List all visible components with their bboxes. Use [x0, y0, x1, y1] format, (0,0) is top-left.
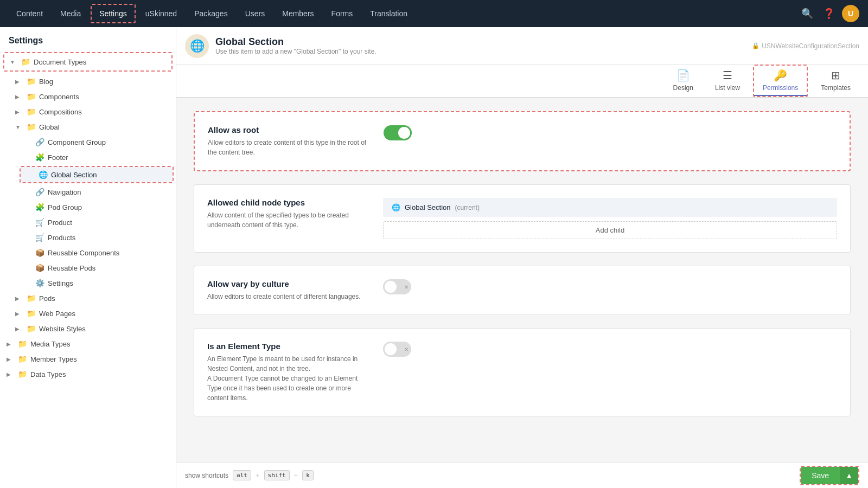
- nav-translation[interactable]: Translation: [362, 5, 415, 22]
- sidebar-item-products[interactable]: 🛒 Products: [17, 230, 176, 245]
- allow-as-root-desc: Allow editors to create content of this …: [208, 138, 371, 157]
- shortcut-shift: shift: [264, 470, 290, 480]
- doc-header-info: Global Section Use this item to add a ne…: [215, 36, 752, 55]
- sidebar-item-document-types[interactable]: ▼ 📁 Document Types: [5, 54, 170, 69]
- permissions-content: Allow as root Allow editors to create co…: [176, 98, 868, 462]
- tab-design[interactable]: 📄 Design: [665, 65, 702, 97]
- child-node-current-tag: (current): [455, 204, 480, 211]
- folder-icon: 📁: [26, 309, 36, 318]
- templates-icon: ⊞: [831, 69, 840, 82]
- doc-type-alias: 🔒 USNWebsiteConfigurationSection: [752, 42, 859, 50]
- child-node-types-list: 🌐 Global Section (current) Add child: [383, 198, 837, 239]
- sidebar: Settings ▼ 📁 Document Types ▶ 📁 Blog ▶ 📁…: [0, 27, 176, 488]
- sidebar-item-web-pages[interactable]: ▶ 📁 Web Pages: [9, 306, 176, 321]
- box-icon: 📦: [35, 248, 44, 258]
- sidebar-item-pod-group[interactable]: 🧩 Pod Group: [17, 200, 176, 215]
- sidebar-item-footer[interactable]: 🧩 Footer: [17, 150, 176, 165]
- cart-icon: 🛒: [35, 217, 44, 227]
- allow-as-root-toggle[interactable]: [384, 125, 412, 140]
- child-node-types-title: Allowed child node types: [207, 198, 370, 207]
- vary-by-culture-desc: Allow editors to create content of diffe…: [207, 292, 370, 301]
- doc-type-subtitle: Use this item to add a new "Global Secti…: [215, 48, 752, 55]
- cog-icon: ⚙️: [35, 278, 44, 288]
- folder-icon: 📁: [21, 57, 30, 67]
- shortcut-k: k: [302, 470, 314, 480]
- folder-icon: 📁: [26, 107, 36, 117]
- sidebar-item-navigation[interactable]: 🔗 Navigation: [17, 184, 176, 200]
- sidebar-item-pods[interactable]: ▶ 📁 Pods: [9, 291, 176, 306]
- tab-permissions[interactable]: 🔑 Permissions: [754, 66, 807, 96]
- globe-icon: 🌐: [38, 170, 48, 179]
- sidebar-item-product[interactable]: 🛒 Product: [17, 215, 176, 230]
- nav-packages[interactable]: Packages: [187, 5, 235, 22]
- nav-settings[interactable]: Settings: [91, 4, 136, 23]
- element-type-section: Is an Element Type An Element Type is me…: [194, 328, 851, 416]
- sidebar-item-website-styles[interactable]: ▶ 📁 Website Styles: [9, 321, 176, 336]
- element-type-toggle[interactable]: ✕: [383, 342, 411, 357]
- design-icon: 📄: [676, 69, 690, 82]
- tab-list-view[interactable]: ☰ List view: [706, 65, 749, 97]
- child-node-label: Global Section: [405, 203, 451, 211]
- sidebar-item-member-types[interactable]: ▶ 📁 Member Types: [0, 351, 176, 367]
- nav-uskinned[interactable]: uSkinned: [138, 5, 184, 22]
- search-icon[interactable]: 🔍: [799, 5, 816, 22]
- vary-by-culture-section: Allow vary by culture Allow editors to c…: [194, 266, 851, 315]
- app-body: Settings ▼ 📁 Document Types ▶ 📁 Blog ▶ 📁…: [0, 27, 868, 488]
- save-button[interactable]: Save: [801, 467, 840, 484]
- sidebar-item-data-types[interactable]: ▶ 📁 Data Types: [0, 367, 176, 382]
- allow-as-root-section: Allow as root Allow editors to create co…: [208, 125, 837, 157]
- vary-by-culture-toggle[interactable]: ✕: [383, 279, 411, 294]
- sidebar-item-global-section[interactable]: 🌐 Global Section: [21, 167, 173, 182]
- element-type-title: Is an Element Type: [207, 342, 370, 351]
- folder-icon: 📁: [17, 354, 27, 364]
- sidebar-item-settings[interactable]: ⚙️ Settings: [17, 275, 176, 291]
- doc-header: 🌐 Global Section Use this item to add a …: [176, 27, 868, 65]
- vary-by-culture-title: Allow vary by culture: [207, 279, 370, 288]
- expand-arrow: ▼: [10, 59, 17, 65]
- tab-templates[interactable]: ⊞ Templates: [812, 65, 859, 97]
- child-node-types-section: Allowed child node types Allow content o…: [194, 184, 851, 253]
- bottom-bar: show shortcuts alt + shift + k Save ▲: [176, 462, 868, 488]
- nav-forms[interactable]: Forms: [324, 5, 361, 22]
- sidebar-item-reusable-pods[interactable]: 📦 Reusable Pods: [17, 260, 176, 275]
- save-dropdown-button[interactable]: ▲: [840, 467, 858, 484]
- nav-content[interactable]: Content: [9, 5, 50, 22]
- nav-members[interactable]: Members: [275, 5, 321, 22]
- global-children: 🔗 Component Group 🧩 Footer 🌐 Global Sect…: [9, 134, 176, 291]
- doc-type-title: Global Section: [215, 36, 752, 48]
- save-button-group: Save ▲: [800, 466, 859, 485]
- sidebar-item-media-types[interactable]: ▶ 📁 Media Types: [0, 336, 176, 351]
- folder-icon: 📁: [26, 293, 36, 303]
- puzzle-icon: 🧩: [35, 152, 44, 162]
- sidebar-item-reusable-components[interactable]: 📦 Reusable Components: [17, 245, 176, 260]
- sidebar-item-global[interactable]: ▼ 📁 Global: [9, 119, 176, 134]
- avatar[interactable]: U: [842, 5, 859, 22]
- nav-users[interactable]: Users: [238, 5, 273, 22]
- sidebar-title: Settings: [0, 27, 176, 50]
- cart-icon: 🛒: [35, 233, 44, 242]
- nav-media[interactable]: Media: [53, 5, 88, 22]
- box-icon: 📦: [35, 263, 44, 273]
- doc-type-icon: 🌐: [185, 34, 209, 58]
- list-view-icon: ☰: [723, 69, 732, 82]
- permissions-icon: 🔑: [774, 69, 787, 82]
- link-icon: 🔗: [35, 137, 44, 147]
- main-content: 🌐 Global Section Use this item to add a …: [176, 27, 868, 488]
- puzzle-icon: 🧩: [35, 202, 44, 212]
- folder-icon: 📁: [26, 92, 36, 101]
- child-node-item: 🌐 Global Section (current): [383, 198, 837, 217]
- sidebar-item-component-group[interactable]: 🔗 Component Group: [17, 134, 176, 150]
- sidebar-item-compositions[interactable]: ▶ 📁 Compositions: [9, 104, 176, 119]
- add-child-button[interactable]: Add child: [383, 221, 837, 239]
- shortcuts-label: show shortcuts: [185, 472, 228, 479]
- folder-icon: 📁: [17, 339, 27, 349]
- sidebar-item-blog[interactable]: ▶ 📁 Blog: [9, 74, 176, 89]
- folder-icon: 📁: [26, 76, 36, 86]
- sidebar-item-components[interactable]: ▶ 📁 Components: [9, 89, 176, 104]
- folder-icon: 📁: [26, 324, 36, 333]
- help-icon[interactable]: ❓: [820, 5, 838, 22]
- element-type-desc: An Element Type is meant to be used for …: [207, 354, 370, 403]
- shortcut-alt: alt: [233, 470, 251, 480]
- child-node-types-desc: Allow content of the specified types to …: [207, 210, 370, 230]
- top-navigation: Content Media Settings uSkinned Packages…: [0, 0, 868, 27]
